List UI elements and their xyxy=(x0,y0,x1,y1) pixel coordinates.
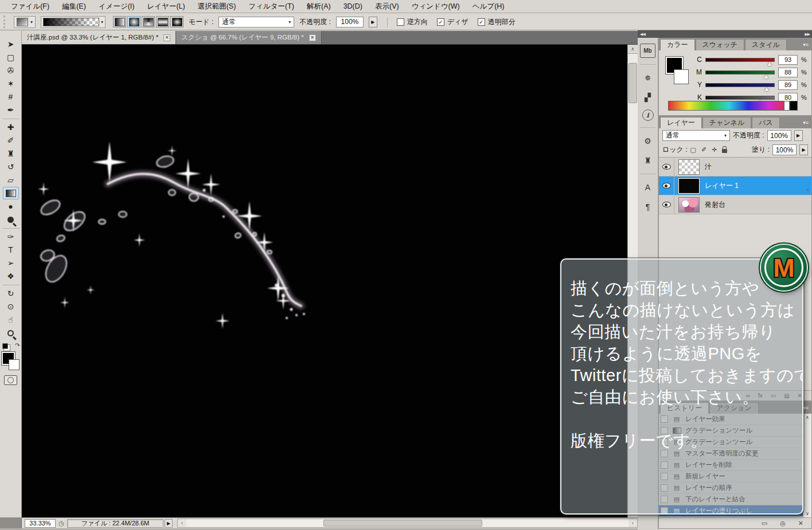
zoom-tool[interactable] xyxy=(3,327,19,339)
lock-transparency-icon[interactable]: ▢ xyxy=(690,146,696,154)
menu-analysis[interactable]: 解析(A) xyxy=(300,0,337,13)
eye-icon[interactable] xyxy=(662,183,671,189)
3d-rotate-tool[interactable]: ↻ xyxy=(3,287,19,300)
canvas[interactable] xyxy=(22,45,627,517)
collapse-panels-icon[interactable]: ◀◀ xyxy=(640,32,645,37)
tool-presets-icon[interactable]: ⚙ xyxy=(640,134,655,148)
close-icon[interactable]: ✕ xyxy=(163,34,170,41)
layer-row[interactable]: レイヤー 1 xyxy=(659,176,811,195)
new-doc-from-state-icon[interactable]: ▭ xyxy=(762,520,767,527)
blend-mode-select[interactable]: 通常 ▾ xyxy=(662,130,730,141)
layer-visibility-cell[interactable] xyxy=(659,158,674,176)
background-color-swatch[interactable] xyxy=(9,359,19,370)
angle-gradient-button[interactable] xyxy=(142,16,155,28)
mode-select[interactable]: 通常 ▾ xyxy=(218,17,294,28)
fill-spinner[interactable]: ▶ xyxy=(799,144,808,155)
slider-thumb[interactable] xyxy=(767,62,772,66)
default-colors-icon[interactable] xyxy=(2,343,8,349)
canvas-horizontal-scrollbar[interactable]: ‹ › xyxy=(177,519,638,528)
lock-pixels-icon[interactable]: ✐ xyxy=(701,146,706,154)
expand-panels-icon[interactable]: ▶▶ xyxy=(805,32,810,37)
eyedropper-tool[interactable]: ✒ xyxy=(3,104,19,116)
fill-field[interactable]: 100% xyxy=(772,144,797,155)
tab-channels[interactable]: チャンネル xyxy=(702,117,751,128)
layer-thumbnail[interactable] xyxy=(678,197,700,213)
menu-select[interactable]: 選択範囲(S) xyxy=(192,0,243,13)
menu-image[interactable]: イメージ(I) xyxy=(92,0,141,13)
histogram-icon[interactable]: ▞ xyxy=(640,90,655,104)
menu-file[interactable]: ファイル(F) xyxy=(5,0,56,13)
navigator-icon[interactable]: ✵ xyxy=(640,70,655,85)
menu-filter[interactable]: フィルター(T) xyxy=(242,0,300,13)
scroll-up-icon[interactable]: ∧ xyxy=(628,45,638,54)
background-color-swatch[interactable] xyxy=(674,69,689,84)
tab-doc-juice[interactable]: 汁講座.psd @ 33.3% (レイヤー 1, RGB/8#) * ✕ xyxy=(22,31,176,44)
swap-colors-icon[interactable]: ↷ xyxy=(15,342,19,348)
scroll-left-icon[interactable]: ‹ xyxy=(178,519,186,527)
status-options-button[interactable]: ▶ xyxy=(165,519,173,528)
dodge-tool[interactable] xyxy=(3,213,19,226)
linear-gradient-button[interactable] xyxy=(113,16,126,28)
options-bar-grip[interactable] xyxy=(3,15,7,28)
slider-value-field[interactable]: 89 xyxy=(778,80,798,90)
slider-thumb[interactable] xyxy=(764,87,769,91)
new-snapshot-icon[interactable]: ◎ xyxy=(780,520,786,527)
mini-bridge-icon[interactable]: Mb xyxy=(640,44,655,58)
dither-checkbox[interactable]: ✓ディザ xyxy=(437,17,469,27)
reverse-checkbox[interactable]: 逆方向 xyxy=(397,17,428,27)
character-panel-icon[interactable]: A xyxy=(640,180,655,194)
eye-icon[interactable] xyxy=(662,202,671,207)
eye-icon[interactable] xyxy=(662,164,671,170)
reverse-checkbox-box[interactable] xyxy=(397,18,404,26)
healing-brush-tool[interactable]: ✚ xyxy=(3,121,19,134)
scroll-right-icon[interactable]: › xyxy=(628,519,637,527)
radial-gradient-button[interactable] xyxy=(127,16,140,28)
menu-help[interactable]: ヘルプ(H) xyxy=(466,0,511,13)
brush-tool[interactable]: ✐ xyxy=(3,134,19,147)
3d-orbit-tool[interactable]: ⊙ xyxy=(3,300,19,313)
layer-thumbnail[interactable] xyxy=(678,159,700,175)
path-selection-tool[interactable]: ➢ xyxy=(3,257,19,269)
lock-position-icon[interactable]: ✛ xyxy=(712,146,717,154)
gradient-picker[interactable]: ▾ xyxy=(41,16,106,28)
eraser-tool[interactable]: ▱ xyxy=(3,174,19,186)
layer-thumbnail[interactable] xyxy=(678,178,700,194)
diamond-gradient-button[interactable] xyxy=(170,16,184,28)
layer-visibility-cell[interactable] xyxy=(659,195,674,214)
slider-track-c[interactable] xyxy=(705,58,775,62)
menu-3d[interactable]: 3D(D) xyxy=(337,1,369,12)
slider-track-m[interactable] xyxy=(705,70,775,74)
tab-paths[interactable]: パス xyxy=(752,117,780,128)
horizontal-scroll-thumb[interactable] xyxy=(323,520,482,527)
menu-view[interactable]: 表示(V) xyxy=(369,0,405,13)
info-icon[interactable]: i xyxy=(642,109,654,121)
move-tool[interactable]: ➤ xyxy=(3,38,19,50)
vertical-scroll-thumb[interactable] xyxy=(628,63,637,103)
slider-thumb[interactable] xyxy=(764,74,768,78)
layer-row[interactable]: 発射台 xyxy=(659,195,811,214)
marquee-tool[interactable]: ▢ xyxy=(3,51,19,64)
tab-color[interactable]: カラー xyxy=(660,39,695,50)
delete-state-icon[interactable]: ✕ xyxy=(798,520,803,527)
panel-menu-icon[interactable]: ▾≡ xyxy=(800,42,811,48)
menu-edit[interactable]: 編集(E) xyxy=(56,0,92,13)
lock-all-icon[interactable] xyxy=(722,149,727,153)
transparency-checkbox[interactable]: ✓透明部分 xyxy=(478,17,516,27)
layer-opacity-spinner[interactable]: ▶ xyxy=(794,130,803,141)
hand-tool[interactable]: ☝ xyxy=(3,313,19,326)
panel-menu-icon[interactable]: ▾≡ xyxy=(800,120,811,125)
lasso-tool[interactable]: ✇ xyxy=(3,64,19,77)
reflected-gradient-button[interactable] xyxy=(156,16,169,28)
blur-tool[interactable]: ● xyxy=(3,200,19,213)
dither-checkbox-box[interactable]: ✓ xyxy=(437,18,444,26)
slider-track-k[interactable] xyxy=(705,96,775,100)
tab-styles[interactable]: スタイル xyxy=(745,39,787,50)
scroll-up-icon[interactable]: ∧ xyxy=(806,187,810,193)
tool-preset-picker[interactable]: ▾ xyxy=(14,16,36,28)
tab-layers[interactable]: レイヤー xyxy=(660,117,702,128)
opacity-spinner[interactable]: ▶ xyxy=(369,17,377,28)
quick-mask-button[interactable] xyxy=(4,375,17,385)
gradient-tool[interactable] xyxy=(3,187,19,199)
slider-value-field[interactable]: 93 xyxy=(778,55,798,65)
pen-tool[interactable]: ✑ xyxy=(3,230,19,243)
